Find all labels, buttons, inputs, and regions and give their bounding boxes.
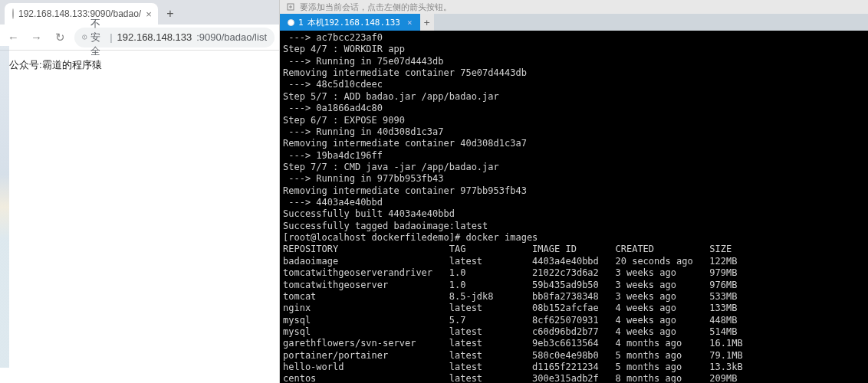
separator: |	[110, 31, 112, 43]
url-host: 192.168.148.133	[117, 31, 192, 43]
status-dot-icon	[288, 19, 294, 26]
add-terminal-tab-button[interactable]: +	[420, 14, 434, 31]
terminal-tab[interactable]: 1 本机192.168.148.133 ×	[280, 14, 420, 31]
svg-rect-2	[84, 38, 85, 38]
back-button[interactable]: ←	[5, 28, 21, 47]
forward-button[interactable]: →	[28, 28, 44, 47]
close-tab-icon[interactable]: ×	[407, 18, 413, 28]
page-text: 公众号:霸道的程序猿	[9, 59, 102, 70]
terminal-output[interactable]: ---> ac7bcc223af0 Step 4/7 : WORKDIR app…	[280, 31, 868, 383]
browser-tab[interactable]: 192.168.148.133:9090/badao/ ×	[5, 3, 158, 25]
desktop-behind	[0, 46, 9, 368]
terminal-tab-bar: 1 本机192.168.148.133 × +	[280, 14, 868, 31]
new-tab-button[interactable]: +	[161, 5, 179, 23]
reload-button[interactable]: ↻	[51, 28, 68, 47]
close-icon[interactable]: ×	[146, 8, 152, 20]
address-bar[interactable]: 不安全 | 192.168.148.133:9090/badao/list	[74, 28, 275, 47]
tab-title: 192.168.148.133:9090/badao/	[18, 8, 141, 19]
page-content: 公众号:霸道的程序猿	[0, 51, 279, 80]
browser-tab-bar: 192.168.148.133:9090/badao/ × +	[0, 0, 279, 25]
tab-index: 1	[298, 18, 304, 28]
terminal-hint-bar: 要添加当前会话，点击左侧的箭头按钮。	[280, 0, 868, 14]
globe-icon	[12, 8, 14, 19]
browser-window: 192.168.148.133:9090/badao/ × + ← → ↻ 不安…	[0, 0, 280, 383]
url-path: :9090/badao/list	[196, 31, 267, 43]
terminal-window: 要添加当前会话，点击左侧的箭头按钮。 1 本机192.168.148.133 ×…	[280, 0, 868, 383]
address-bar-row: ← → ↻ 不安全 | 192.168.148.133:9090/badao/l…	[0, 25, 279, 51]
tab-host-label: 本机192.168.148.133	[307, 17, 400, 28]
add-session-icon[interactable]	[286, 2, 295, 11]
warning-icon	[82, 32, 87, 42]
svg-rect-1	[84, 36, 85, 38]
hint-text: 要添加当前会话，点击左侧的箭头按钮。	[300, 2, 452, 13]
